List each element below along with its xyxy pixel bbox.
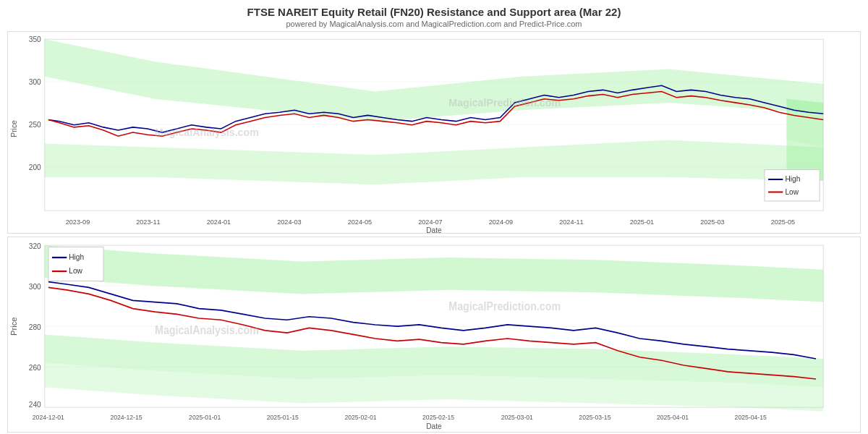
svg-text:2024-09: 2024-09 <box>489 218 513 226</box>
svg-marker-12 <box>786 99 823 148</box>
chart1-wrapper: 350 300 250 200 MagicalAnalysis.com Magi… <box>7 31 861 234</box>
svg-text:Price: Price <box>10 120 18 137</box>
svg-text:Date: Date <box>426 422 441 431</box>
svg-text:2025-03: 2025-03 <box>700 218 724 226</box>
svg-text:320: 320 <box>29 241 41 250</box>
chart2-svg: 320 300 280 260 240 MagicalAnalysis.com … <box>8 237 860 432</box>
svg-text:2025-04-01: 2025-04-01 <box>657 414 689 421</box>
svg-text:2025-02-01: 2025-02-01 <box>344 414 376 421</box>
svg-text:280: 280 <box>29 322 41 331</box>
svg-text:High: High <box>69 252 84 262</box>
svg-text:2025-01-15: 2025-01-15 <box>267 414 299 421</box>
svg-text:Price: Price <box>10 318 18 336</box>
chart2-wrapper: 320 300 280 260 240 MagicalAnalysis.com … <box>7 237 861 433</box>
subtitle: powered by MagicalAnalysis.com and Magic… <box>0 20 868 28</box>
chart1-svg: 350 300 250 200 MagicalAnalysis.com Magi… <box>8 32 860 233</box>
svg-text:MagicalPrediction.com: MagicalPrediction.com <box>448 97 561 109</box>
charts-area: 350 300 250 200 MagicalAnalysis.com Magi… <box>0 30 868 434</box>
svg-text:250: 250 <box>29 121 41 129</box>
svg-text:Low: Low <box>785 188 799 196</box>
title-section: FTSE NAREIT Equity Retail (FN20) Resista… <box>0 0 868 30</box>
svg-text:2025-01: 2025-01 <box>630 218 654 226</box>
svg-text:2025-05: 2025-05 <box>771 218 795 226</box>
svg-text:MagicalPrediction.com: MagicalPrediction.com <box>448 299 561 312</box>
page-container: FTSE NAREIT Equity Retail (FN20) Resista… <box>0 0 868 434</box>
svg-text:2024-07: 2024-07 <box>418 218 442 226</box>
svg-text:MagicalAnalysis.com: MagicalAnalysis.com <box>155 127 259 138</box>
svg-text:2024-11: 2024-11 <box>559 218 583 226</box>
svg-text:2025-03-15: 2025-03-15 <box>579 414 610 421</box>
svg-text:2024-03: 2024-03 <box>277 218 301 226</box>
svg-text:260: 260 <box>29 362 41 372</box>
svg-text:High: High <box>785 175 800 183</box>
svg-text:300: 300 <box>29 78 41 86</box>
svg-text:2025-02-15: 2025-02-15 <box>422 414 454 421</box>
svg-text:2024-05: 2024-05 <box>348 218 372 226</box>
svg-text:2024-12-01: 2024-12-01 <box>33 414 64 421</box>
svg-text:2025-04-15: 2025-04-15 <box>735 414 767 421</box>
svg-text:2025-01-01: 2025-01-01 <box>189 414 221 421</box>
svg-text:Low: Low <box>69 266 82 276</box>
svg-text:2024-12-15: 2024-12-15 <box>110 414 142 421</box>
svg-text:300: 300 <box>29 281 41 291</box>
svg-text:200: 200 <box>29 163 41 171</box>
svg-text:350: 350 <box>29 35 41 43</box>
svg-text:2023-11: 2023-11 <box>136 218 160 226</box>
svg-text:2024-01: 2024-01 <box>207 218 231 226</box>
svg-text:MagicalAnalysis.com: MagicalAnalysis.com <box>155 324 259 337</box>
svg-text:2025-03-01: 2025-03-01 <box>501 414 533 421</box>
svg-text:Date: Date <box>426 226 442 233</box>
main-title: FTSE NAREIT Equity Retail (FN20) Resista… <box>0 6 868 18</box>
svg-text:240: 240 <box>29 400 41 409</box>
svg-text:2023-09: 2023-09 <box>66 218 90 226</box>
